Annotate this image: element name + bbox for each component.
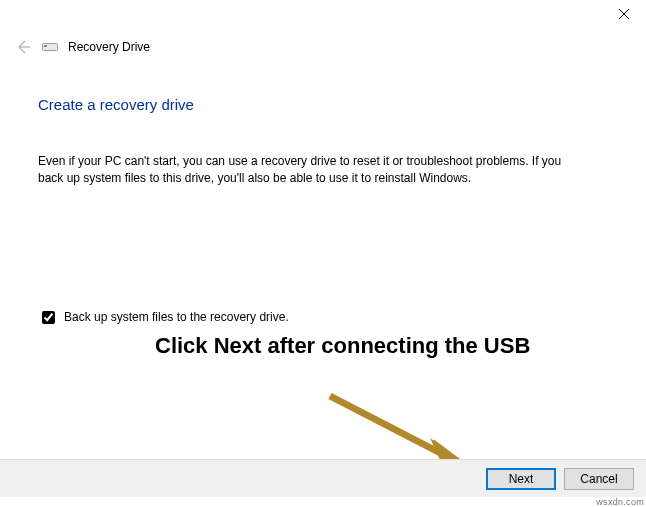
svg-line-5 [330,396,450,458]
svg-rect-4 [44,45,47,47]
window-title: Recovery Drive [68,40,150,54]
back-arrow-icon[interactable] [14,38,32,56]
page-description: Even if your PC can't start, you can use… [38,153,578,188]
drive-icon [42,41,58,53]
annotation-text: Click Next after connecting the USB [155,332,530,361]
backup-checkbox-row[interactable]: Back up system files to the recovery dri… [38,308,608,327]
button-bar: Next Cancel [0,459,646,497]
page-heading: Create a recovery drive [38,96,608,113]
backup-checkbox-label: Back up system files to the recovery dri… [64,310,289,324]
next-button[interactable]: Next [486,468,556,490]
backup-checkbox[interactable] [42,311,55,324]
close-button[interactable] [601,0,646,28]
watermark: wsxdn.com [596,497,644,507]
cancel-button[interactable]: Cancel [564,468,634,490]
